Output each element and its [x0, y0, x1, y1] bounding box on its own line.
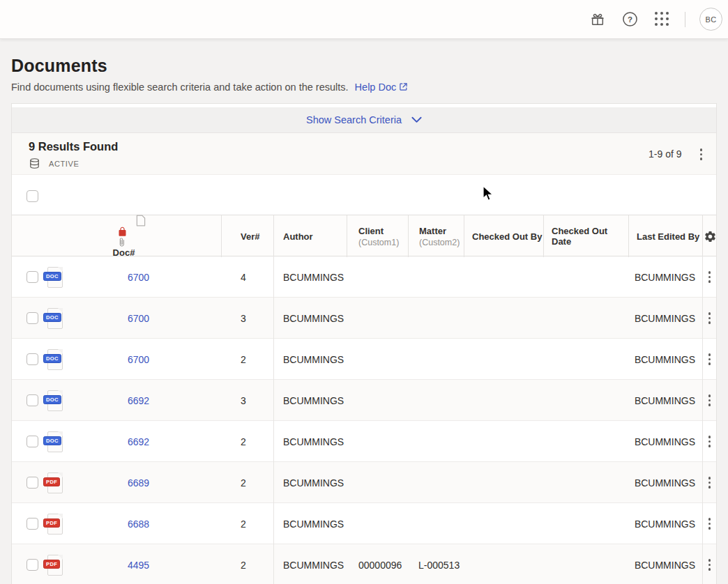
checked-out-date-value — [543, 462, 628, 503]
row-checkbox[interactable] — [26, 559, 38, 571]
client-value — [347, 462, 408, 503]
external-link-icon — [399, 82, 408, 91]
svg-text:?: ? — [627, 15, 632, 24]
version-number: 3 — [221, 298, 273, 339]
doc-number-link[interactable]: 6692 — [128, 436, 149, 447]
row-actions-menu-icon[interactable] — [704, 309, 715, 327]
page-title: Documents — [11, 56, 708, 76]
doc-number-link[interactable]: 6688 — [128, 518, 149, 530]
checked-out-by-value — [464, 298, 543, 339]
row-checkbox[interactable] — [26, 312, 38, 324]
checked-out-by-value — [464, 462, 543, 503]
results-count: 9 Results Found — [29, 140, 118, 153]
file-type-icon: PDF — [45, 555, 63, 576]
select-all-bar — [12, 175, 716, 215]
matter-value — [408, 298, 464, 339]
matter-value — [408, 503, 464, 544]
column-header-client[interactable]: Client (Custom1) — [347, 215, 408, 257]
attachment-column-icon — [117, 237, 126, 247]
help-doc-link[interactable]: Help Doc — [355, 82, 409, 93]
repository-database-icon — [29, 157, 40, 169]
checked-out-date-value — [543, 380, 628, 421]
table-row: DOC 6700 4 BCUMMINGS BCUMMINGS — [12, 256, 716, 298]
column-header-ver[interactable]: Ver# — [221, 215, 273, 257]
row-actions-menu-icon[interactable] — [704, 268, 715, 286]
checked-out-date-value — [543, 339, 628, 380]
last-edited-by-value: BCUMMINGS — [628, 339, 702, 380]
file-type-icon: DOC — [45, 431, 63, 452]
checked-out-date-value — [543, 298, 628, 339]
author-value: BCUMMINGS — [273, 544, 347, 584]
checked-out-by-value — [464, 256, 543, 298]
page-header: Documents Find documents using flexible … — [11, 56, 708, 93]
row-actions-menu-icon[interactable] — [704, 392, 715, 409]
results-actions-menu-icon[interactable] — [696, 146, 707, 163]
version-number: 2 — [221, 503, 273, 544]
table-row: PDF 6688 2 BCUMMINGS BCUMMINGS — [12, 503, 716, 544]
pagination-range: 1-9 of 9 — [649, 148, 681, 160]
doc-number-link[interactable]: 6692 — [128, 395, 149, 406]
table-header-row: Doc# Ver# Author Client (Custom1) Matter… — [12, 215, 716, 256]
column-header-last-edited-by[interactable]: Last Edited By — [628, 215, 702, 257]
column-header-matter[interactable]: Matter (Custom2) — [408, 215, 464, 257]
doc-number-link[interactable]: 4495 — [128, 560, 149, 571]
help-icon[interactable]: ? — [621, 10, 639, 29]
row-actions-menu-icon[interactable] — [704, 515, 715, 532]
matter-value: L-000513 — [408, 544, 464, 584]
author-value: BCUMMINGS — [273, 503, 347, 544]
table-row: DOC 6692 2 BCUMMINGS BCUMMINGS — [12, 421, 716, 462]
doc-number-link[interactable]: 6700 — [128, 354, 149, 365]
doc-number-link[interactable]: 6700 — [128, 272, 149, 283]
row-checkbox[interactable] — [26, 353, 38, 365]
matter-value — [408, 421, 464, 462]
user-avatar[interactable]: BC — [699, 8, 722, 31]
doc-number-link[interactable]: 6700 — [128, 313, 149, 324]
author-value: BCUMMINGS — [273, 421, 347, 462]
row-actions-menu-icon[interactable] — [704, 474, 715, 491]
checked-out-by-value — [464, 421, 543, 462]
last-edited-by-value: BCUMMINGS — [628, 298, 702, 339]
client-value — [347, 503, 408, 544]
chevron-down-icon — [411, 116, 422, 123]
row-actions-menu-icon[interactable] — [704, 351, 715, 368]
row-checkbox[interactable] — [26, 436, 38, 447]
lock-column-icon — [117, 226, 128, 237]
document-type-column-icon — [136, 215, 146, 226]
last-edited-by-value: BCUMMINGS — [628, 503, 702, 544]
whats-new-gift-icon[interactable] — [589, 10, 607, 29]
row-actions-menu-icon[interactable] — [704, 433, 715, 450]
row-checkbox[interactable] — [26, 394, 38, 406]
client-value — [347, 421, 408, 462]
version-number: 2 — [221, 544, 273, 584]
row-actions-menu-icon[interactable] — [704, 556, 715, 574]
select-all-checkbox[interactable] — [26, 190, 38, 202]
client-value: 00000096 — [347, 544, 408, 584]
row-checkbox[interactable] — [26, 477, 38, 489]
column-header-author[interactable]: Author — [273, 215, 347, 257]
matter-value — [408, 256, 464, 298]
version-number: 3 — [221, 380, 273, 421]
author-value: BCUMMINGS — [273, 298, 347, 339]
row-checkbox[interactable] — [26, 271, 38, 283]
row-checkbox[interactable] — [26, 518, 38, 530]
column-header-checked-out-date[interactable]: Checked Out Date — [543, 215, 628, 257]
checked-out-date-value — [543, 544, 628, 584]
column-header-checked-out-by[interactable]: Checked Out By — [464, 215, 543, 257]
column-settings-cell — [702, 215, 716, 257]
client-value — [347, 298, 408, 339]
app-launcher-grid-icon[interactable] — [653, 10, 671, 29]
show-search-criteria-toggle[interactable]: Show Search Criteria — [12, 107, 716, 133]
doc-number-link[interactable]: 6689 — [128, 477, 149, 489]
matter-value — [408, 380, 464, 421]
checked-out-date-value — [543, 256, 628, 298]
table-row: DOC 6700 2 BCUMMINGS BCUMMINGS — [12, 339, 716, 380]
results-summary-bar: 9 Results Found ACTIVE 1-9 of 9 — [12, 133, 716, 175]
client-value — [347, 380, 408, 421]
client-value — [347, 339, 408, 380]
client-value — [347, 256, 408, 298]
file-type-icon: DOC — [45, 349, 63, 370]
version-number: 2 — [221, 462, 273, 503]
column-settings-gear-icon[interactable] — [704, 230, 717, 243]
top-app-bar: ? BC — [0, 0, 728, 39]
table-row: DOC 6700 3 BCUMMINGS BCUMMINGS — [12, 298, 716, 339]
